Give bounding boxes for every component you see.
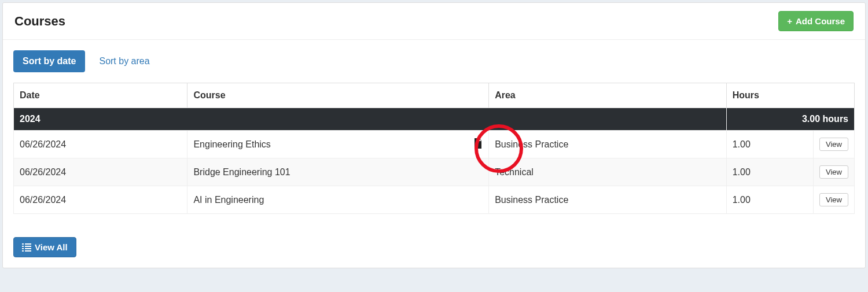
svg-rect-3 <box>25 246 31 247</box>
add-course-label: Add Course <box>796 16 845 26</box>
footer-buttons: View All <box>13 237 855 257</box>
list-icon <box>22 243 31 252</box>
course-name: Engineering Ethics <box>193 139 270 149</box>
cell-action: View <box>813 158 854 186</box>
svg-rect-1 <box>25 243 31 245</box>
plus-icon: + <box>787 16 792 26</box>
view-button[interactable]: View <box>819 193 848 206</box>
cell-hours: 1.00 <box>726 131 813 158</box>
cell-area: Business Practice <box>489 186 727 214</box>
cell-area: Technical <box>489 158 727 186</box>
cell-hours: 1.00 <box>726 186 813 214</box>
svg-rect-2 <box>22 246 24 247</box>
view-all-label: View All <box>35 242 68 252</box>
view-all-button[interactable]: View All <box>13 237 76 257</box>
sort-tabs: Sort by date Sort by area <box>13 50 855 72</box>
svg-rect-6 <box>22 250 24 252</box>
year-total-hours: 3.00 hours <box>726 108 854 131</box>
cell-course: AI in Engineering <box>187 186 489 214</box>
tab-sort-by-date[interactable]: Sort by date <box>13 50 85 72</box>
year-group-row: 2024 3.00 hours <box>14 108 855 131</box>
cell-action: View <box>813 186 854 214</box>
course-name: AI in Engineering <box>193 195 264 205</box>
course-name: Bridge Engineering 101 <box>193 167 290 177</box>
courses-panel: Courses + Add Course Sort by date Sort b… <box>2 2 866 268</box>
document-icon[interactable] <box>473 138 483 151</box>
table-row: 06/26/2024 Bridge Engineering 101 Techni… <box>14 158 855 186</box>
svg-rect-4 <box>22 248 24 249</box>
col-header-area: Area <box>489 83 727 108</box>
svg-rect-0 <box>22 243 24 245</box>
tab-sort-by-area[interactable]: Sort by area <box>90 50 159 72</box>
cell-date: 06/26/2024 <box>14 186 187 214</box>
cell-action: View <box>813 131 854 158</box>
cell-course: Engineering Ethics <box>187 131 489 158</box>
page-title: Courses <box>14 14 65 29</box>
cell-hours: 1.00 <box>726 158 813 186</box>
year-label: 2024 <box>14 108 727 131</box>
cell-date: 06/26/2024 <box>14 158 187 186</box>
col-header-course: Course <box>187 83 489 108</box>
table-header-row: Date Course Area Hours <box>14 83 855 108</box>
cell-course: Bridge Engineering 101 <box>187 158 489 186</box>
courses-table: Date Course Area Hours 2024 3.00 hours 0… <box>13 83 855 214</box>
svg-rect-5 <box>25 248 31 249</box>
view-button[interactable]: View <box>819 165 848 179</box>
table-row: 06/26/2024 AI in Engineering Business Pr… <box>14 186 855 214</box>
table-row: 06/26/2024 Engineering Ethics Business P… <box>14 131 855 158</box>
add-course-button[interactable]: + Add Course <box>778 11 854 31</box>
view-button[interactable]: View <box>819 138 848 151</box>
svg-rect-7 <box>25 250 31 252</box>
panel-header: Courses + Add Course <box>3 3 865 40</box>
cell-area: Business Practice <box>489 131 727 158</box>
panel-body: Sort by date Sort by area Date Course Ar… <box>3 40 865 268</box>
col-header-hours: Hours <box>726 83 854 108</box>
table-wrap: Date Course Area Hours 2024 3.00 hours 0… <box>13 83 855 214</box>
col-header-date: Date <box>14 83 187 108</box>
cell-date: 06/26/2024 <box>14 131 187 158</box>
